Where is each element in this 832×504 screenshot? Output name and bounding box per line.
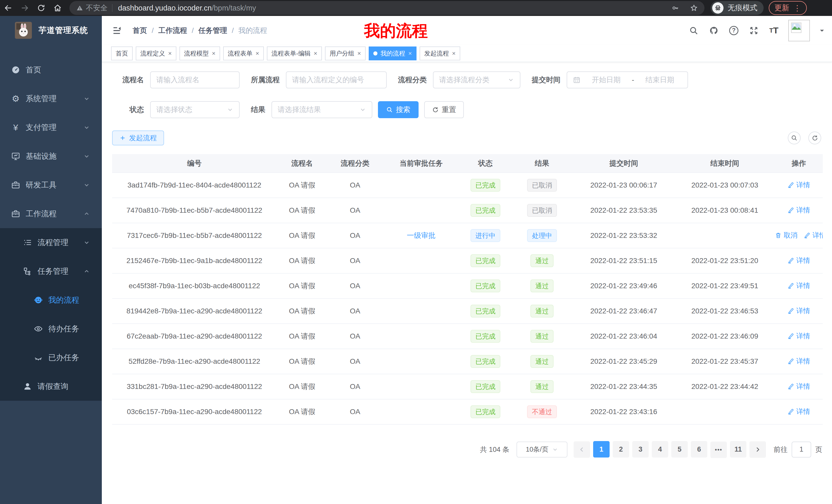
chevron-down-icon: [359, 106, 366, 113]
submit-time-range-picker[interactable]: 开始日期 - 结束日期: [567, 72, 688, 88]
row-action-详情[interactable]: 详情: [787, 281, 810, 290]
cell-name: OA 请假: [277, 198, 328, 223]
browser-update-button[interactable]: 更新 ⋮: [769, 1, 807, 15]
page-button-6[interactable]: 6: [691, 441, 707, 457]
sidebar-item-9[interactable]: 待办任务: [0, 314, 102, 343]
status-select[interactable]: [150, 101, 240, 118]
tab-1[interactable]: 流程定义×: [136, 47, 176, 60]
start-date-placeholder[interactable]: 开始日期: [584, 75, 628, 85]
cell-name: OA 请假: [277, 223, 328, 248]
row-action-详情[interactable]: 详情: [787, 382, 810, 391]
browser-menu-icon[interactable]: ⋮: [794, 4, 801, 12]
password-key-icon[interactable]: [672, 4, 679, 12]
status-badge: 已完成: [470, 204, 500, 217]
fullscreen-icon[interactable]: [748, 25, 759, 36]
tab-close-icon[interactable]: ×: [452, 50, 456, 57]
row-action-详情[interactable]: 详情: [787, 331, 810, 341]
sidebar-item-10[interactable]: 已办任务: [0, 343, 102, 372]
current-task-link[interactable]: 一级审批: [407, 231, 436, 240]
header-search-icon[interactable]: [688, 25, 699, 36]
tab-close-icon[interactable]: ×: [408, 50, 412, 57]
sidebar-item-6[interactable]: 流程管理: [0, 228, 102, 257]
search-button[interactable]: 搜索: [378, 101, 419, 118]
help-icon[interactable]: ?: [728, 25, 739, 36]
address-bar[interactable]: 不安全 dashboard.yudao.iocoder.cn /bpm/task…: [70, 1, 704, 15]
cell-end-time: 2022-01-22 23:46:09: [675, 324, 775, 349]
url-path: /bpm/task/my: [212, 4, 256, 12]
row-action-取消[interactable]: 取消: [775, 231, 798, 240]
cell-category: OA: [328, 374, 383, 399]
sidebar-item-5[interactable]: 工作流程: [0, 199, 102, 228]
result-select[interactable]: [271, 101, 372, 118]
row-action-详情[interactable]: 详情: [787, 180, 810, 190]
sidebar-item-11[interactable]: 请假查询: [0, 372, 102, 401]
table-row: 03c6c157-7b9a-11ec-a290-acde48001122OA 请…: [112, 399, 823, 424]
process-name-input[interactable]: [150, 72, 240, 88]
page-button-5[interactable]: 5: [671, 441, 688, 457]
page-button-1[interactable]: 1: [593, 441, 609, 457]
sidebar-item-0[interactable]: 首页: [0, 55, 102, 84]
process-definition-input[interactable]: [286, 72, 387, 88]
calendar-icon: [573, 76, 580, 84]
cell-submit-time: 2022-01-23 00:06:17: [573, 173, 675, 198]
browser-back-icon[interactable]: [0, 0, 17, 16]
row-action-详情[interactable]: 详情: [804, 231, 823, 240]
page-ellipsis[interactable]: •••: [710, 442, 727, 458]
tab-close-icon[interactable]: ×: [357, 50, 361, 57]
reset-button[interactable]: 重置: [424, 101, 464, 118]
tab-close-icon[interactable]: ×: [314, 50, 317, 57]
tab-close-icon[interactable]: ×: [212, 50, 215, 57]
cell-name: OA 请假: [277, 399, 328, 424]
next-page-button[interactable]: [750, 441, 766, 458]
tab-3[interactable]: 流程表单×: [223, 47, 264, 60]
tab-close-icon[interactable]: ×: [168, 50, 172, 57]
tab-2[interactable]: 流程模型×: [179, 47, 220, 60]
page-button-2[interactable]: 2: [613, 441, 629, 457]
bookmark-star-icon[interactable]: [690, 4, 698, 12]
browser-home-icon[interactable]: [49, 0, 66, 16]
avatar[interactable]: [788, 20, 810, 41]
tab-6[interactable]: 我的流程×: [369, 47, 417, 60]
browser-reload-icon[interactable]: [33, 0, 49, 16]
refresh-icon[interactable]: [808, 132, 821, 144]
category-select[interactable]: [433, 72, 520, 88]
sidebar-item-2[interactable]: ¥支付管理: [0, 113, 102, 142]
sidebar-item-1[interactable]: ⚙系统管理: [0, 84, 102, 113]
tab-5[interactable]: 用户分组×: [325, 47, 366, 60]
breadcrumb-workflow[interactable]: 工作流程: [158, 26, 187, 35]
page-size-select[interactable]: 10条/页: [517, 442, 567, 457]
tab-7[interactable]: 发起流程×: [420, 47, 460, 60]
github-icon[interactable]: [708, 25, 719, 36]
sidebar-item-8[interactable]: 我的流程: [0, 286, 102, 314]
cell-end-time: 2022-01-22 23:49:51: [675, 273, 775, 299]
sidebar-item-7[interactable]: 任务管理: [0, 257, 102, 286]
breadcrumb-home[interactable]: 首页: [133, 26, 147, 35]
tab-close-icon[interactable]: ×: [256, 50, 259, 57]
sidebar-collapse-icon[interactable]: [111, 25, 122, 36]
end-date-placeholder[interactable]: 结束日期: [638, 75, 682, 85]
result-badge: 不通过: [527, 405, 557, 418]
page-button-3[interactable]: 3: [632, 441, 649, 457]
avatar-caret-icon[interactable]: [818, 27, 825, 34]
goto-page-input[interactable]: [791, 442, 811, 457]
font-size-icon[interactable]: TT: [768, 25, 780, 36]
tab-4[interactable]: 流程表单-编辑×: [267, 47, 322, 60]
app-logo[interactable]: 芋道管理系统: [0, 16, 102, 45]
breadcrumb-task[interactable]: 任务管理: [199, 26, 227, 35]
sidebar-item-4[interactable]: 研发工具: [0, 171, 102, 199]
row-action-详情[interactable]: 详情: [787, 205, 810, 215]
row-action-详情[interactable]: 详情: [787, 256, 810, 265]
row-action-详情[interactable]: 详情: [787, 357, 810, 366]
row-action-详情[interactable]: 详情: [787, 407, 810, 416]
browser-forward-icon[interactable]: [17, 0, 33, 16]
page-button-4[interactable]: 4: [652, 441, 668, 457]
toggle-search-icon[interactable]: [788, 132, 801, 144]
row-action-详情[interactable]: 详情: [787, 306, 810, 315]
page-button-11[interactable]: 11: [730, 441, 746, 457]
tab-0[interactable]: 首页: [111, 47, 133, 60]
create-process-button[interactable]: 发起流程: [112, 131, 164, 145]
insecure-warning-icon[interactable]: [76, 4, 83, 11]
gear-icon: ⚙: [11, 94, 21, 104]
prev-page-button[interactable]: [574, 441, 590, 458]
sidebar-item-3[interactable]: 基础设施: [0, 142, 102, 171]
